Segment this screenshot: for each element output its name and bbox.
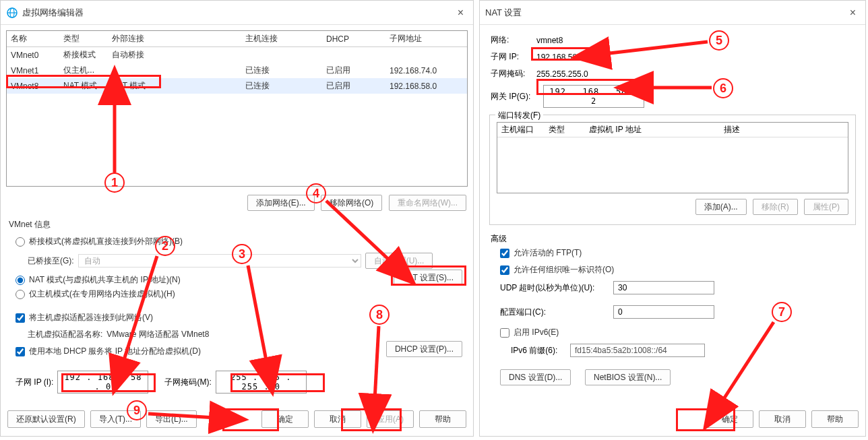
nat-settings-dialog: NAT 设置 × 网络: vmnet8 子网 IP: 192.168.58.0 … [479,0,866,437]
import-button[interactable]: 导入(T)... [90,410,141,428]
col-hostport[interactable]: 主机端口 [497,123,545,137]
virtual-network-editor-dialog: 虚拟网络编辑器 × 名称 类型 外部连接 主机连接 DHCP 子网地址 VMne… [0,0,474,437]
col-name[interactable]: 名称 [7,31,59,47]
radio-nat[interactable] [16,276,25,285]
col-dhcp[interactable]: DHCP [322,31,385,47]
rename-network-button[interactable]: 重命名网络(W)... [389,195,466,211]
netbios-settings-button[interactable]: NetBIOS 设置(N)... [585,369,671,385]
ok-button[interactable]: 确定 [261,410,309,428]
dhcp-settings-button[interactable]: DHCP 设置(P)... [386,341,462,357]
radio-bridged[interactable] [16,237,25,247]
col-type[interactable]: 类型 [59,31,108,47]
port-forward-fieldset: 端口转发(F) 主机端口 类型 虚拟机 IP 地址 描述 添加(A)... 移除… [489,115,856,225]
network-value: vmnet8 [536,36,563,45]
help-button[interactable]: 帮助 [811,410,859,428]
port-add-button[interactable]: 添加(A)... [695,199,747,215]
udp-timeout-label: UDP 超时(以秒为单位)(U): [500,282,608,294]
check-ipv6[interactable] [500,328,509,338]
check-dhcp[interactable] [16,347,25,356]
network-table[interactable]: 名称 类型 外部连接 主机连接 DHCP 子网地址 VMnet0 桥接模式 自动… [6,30,468,187]
config-port-input[interactable] [613,305,714,319]
radio-bridged-row[interactable]: 桥接模式(将虚拟机直接连接到外部网络)(B) [1,233,473,250]
table-row-selected[interactable]: VMnet8 NAT 模式 NAT 模式 已连接 已启用 192.168.58.… [7,78,467,94]
subnet-ip-label: 子网 IP: [491,51,531,63]
app-icon [6,7,18,19]
col-subnet[interactable]: 子网地址 [385,31,467,47]
udp-timeout-input[interactable] [613,281,714,294]
advanced-label: 高级 [480,229,865,245]
check-ipv6-row[interactable]: 启用 IPv6(E) [480,324,865,341]
titlebar: NAT 设置 × [480,1,865,25]
remove-network-button[interactable]: 移除网络(O) [321,195,382,211]
col-external[interactable]: 外部连接 [108,31,241,47]
cancel-button[interactable]: 取消 [314,410,361,428]
col-desc[interactable]: 描述 [720,123,848,137]
config-port-label: 配置端口(C): [500,307,608,318]
export-button[interactable]: 导出(L)... [146,410,197,428]
table-row[interactable]: VMnet0 桥接模式 自动桥接 [7,47,467,63]
radio-hostonly[interactable] [16,290,25,299]
port-remove-button[interactable]: 移除(R) [753,199,798,215]
help-button[interactable]: 帮助 [419,410,466,428]
network-label: 网络: [491,34,531,46]
gateway-label: 网关 IP(G): [491,91,538,102]
subnet-ip-value: 192.168.58.0 [536,53,584,62]
ipv6-prefix-input[interactable] [570,344,705,357]
port-forward-table[interactable]: 主机端口 类型 虚拟机 IP 地址 描述 [497,122,848,193]
col-vmip[interactable]: 虚拟机 IP 地址 [585,123,720,137]
dns-settings-button[interactable]: DNS 设置(D)... [500,369,571,385]
gateway-input[interactable]: 192 . 168 . 58 . 2 [543,85,644,108]
table-row[interactable]: VMnet1 仅主机... - 已连接 已启用 192.168.74.0 [7,63,467,78]
port-forward-legend: 端口转发(F) [495,110,543,121]
ok-button[interactable]: 确定 [706,410,753,428]
apply-button[interactable]: 应用(A) [367,410,414,428]
check-host-adapter-row[interactable]: 将主机虚拟适配器连接到此网络(V) [1,309,473,326]
restore-defaults-button[interactable]: 还原默认设置(R) [7,410,85,428]
ipv6-prefix-label: IPv6 前缀(6): [511,345,565,356]
check-host-adapter[interactable] [16,313,25,323]
vmnet-info-label: VMnet 信息 [1,216,473,233]
add-network-button[interactable]: 添加网络(E)... [247,195,315,211]
subnet-mask-input[interactable]: 255 . 255 . 255 . 0 [216,371,307,394]
subnet-mask-label: 子网掩码: [491,68,531,80]
nat-settings-button[interactable]: NAT 设置(S)... [394,270,462,286]
subnet-ip-label: 子网 IP (I): [16,377,53,388]
bridged-to-label: 已桥接至(G): [28,255,74,267]
close-icon[interactable]: × [454,7,468,19]
col-type[interactable]: 类型 [545,123,585,137]
col-host[interactable]: 主机连接 [241,31,322,47]
check-ftp-row[interactable]: 允许活动的 FTP(T) [480,245,865,261]
subnet-ip-input[interactable]: 192 . 168 . 58 . 0 [57,371,148,394]
bridged-to-select[interactable]: 自动 [78,254,361,268]
host-adapter-name-value: VMware 网络适配器 VMnet8 [106,329,209,340]
subnet-mask-label: 子网掩码(M): [164,377,211,388]
auto-settings-button[interactable]: 自动设置(U)... [365,253,433,269]
check-ftp[interactable] [500,249,509,258]
radio-hostonly-row[interactable]: 仅主机模式(在专用网络内连接虚拟机)(H) [1,286,473,303]
check-oui-row[interactable]: 允许任何组织唯一标识符(O) [480,261,865,278]
dialog-title: 虚拟网络编辑器 [22,7,454,19]
dialog-title: NAT 设置 [485,7,846,19]
port-properties-button[interactable]: 属性(P) [804,199,848,215]
check-oui[interactable] [500,265,509,275]
cancel-button[interactable]: 取消 [759,410,806,428]
host-adapter-name-label: 主机虚拟适配器名称: [28,329,102,340]
titlebar: 虚拟网络编辑器 × [1,1,473,25]
close-icon[interactable]: × [846,7,860,19]
subnet-mask-value: 255.255.255.0 [536,69,588,79]
